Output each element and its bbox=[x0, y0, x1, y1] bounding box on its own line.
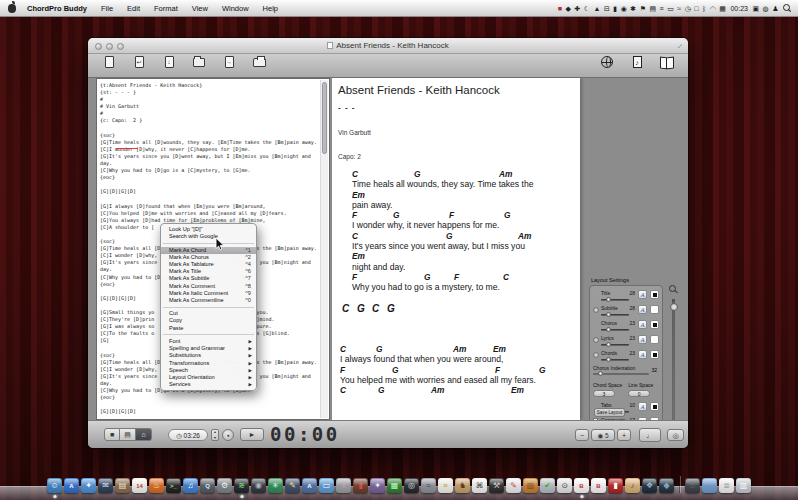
menu-item-format[interactable]: Format bbox=[147, 4, 185, 13]
zoom-in-icon[interactable] bbox=[669, 285, 678, 295]
dock-lab-app[interactable]: ✦ bbox=[370, 478, 385, 493]
dock-chordpro-buddy-2[interactable]: B bbox=[591, 478, 606, 493]
record-button[interactable]: ● bbox=[222, 429, 234, 441]
dock-contacts[interactable]: ▤ bbox=[115, 478, 130, 493]
menu-clock[interactable]: 00:23 bbox=[729, 5, 749, 12]
dock-fire-app[interactable]: ♨ bbox=[149, 478, 164, 493]
lock-icon[interactable] bbox=[593, 307, 599, 313]
dock-folder-pencil-app[interactable]: ✎ bbox=[285, 478, 300, 493]
context-menu-item-font[interactable]: Font▶ bbox=[161, 338, 256, 345]
dock-downloads-folder[interactable] bbox=[702, 478, 717, 493]
dock-crate-app[interactable]: ▥ bbox=[523, 478, 538, 493]
font-button[interactable]: A bbox=[638, 335, 647, 344]
context-menu-item-mark-as-comment[interactable]: Mark As Comment^8 bbox=[161, 283, 256, 290]
dock-system-preferences[interactable]: ⚙ bbox=[217, 478, 232, 493]
folders-icon[interactable]: ⊟ bbox=[604, 0, 610, 17]
scroll-time-display[interactable]: ◷ 03:26 bbox=[168, 429, 208, 441]
color-swatch[interactable] bbox=[650, 290, 659, 299]
notify-icon[interactable]: ▲ bbox=[594, 0, 601, 17]
flag-icon[interactable]: ⚑ bbox=[640, 0, 646, 17]
font-button[interactable]: A bbox=[638, 320, 647, 329]
dock-music-box[interactable]: ♪ bbox=[625, 478, 640, 493]
dock-dictionary[interactable]: ▮ bbox=[608, 478, 623, 493]
bluetooth-icon[interactable]: ᛒ bbox=[702, 0, 706, 17]
dock-safari[interactable]: ✦ bbox=[81, 478, 96, 493]
layout-row-slider[interactable] bbox=[601, 299, 629, 301]
dock-chordpro-buddy-1[interactable]: B bbox=[574, 478, 589, 493]
context-menu-item-mark-as-subtitle[interactable]: Mark As Subtitle^7 bbox=[161, 275, 256, 282]
color-swatch[interactable] bbox=[650, 350, 659, 359]
lock-icon[interactable] bbox=[593, 337, 599, 343]
keyboard-icon[interactable]: ▤ bbox=[649, 0, 656, 17]
slider-thumb[interactable] bbox=[606, 357, 611, 362]
transpose-minus-button[interactable]: − bbox=[575, 429, 589, 441]
stats-icon[interactable]: ≡ bbox=[660, 0, 664, 17]
context-menu-item-mark-as-chord[interactable]: Mark As Chord^1 bbox=[161, 247, 256, 254]
spotlight-icon[interactable] bbox=[782, 3, 791, 13]
dock-burst-app[interactable]: ✳ bbox=[268, 478, 283, 493]
save-layout-button[interactable]: Save Layout bbox=[594, 408, 625, 417]
dock-hammer-app[interactable]: ⚒ bbox=[489, 478, 504, 493]
drive-icon[interactable]: ▮ bbox=[613, 0, 617, 17]
context-menu-item-copy[interactable]: Copy bbox=[161, 317, 256, 324]
toolbar-button-import[interactable]: →Import... bbox=[214, 55, 244, 77]
lock-icon[interactable] bbox=[593, 352, 599, 358]
asterisk-icon[interactable]: ✱ bbox=[630, 0, 636, 17]
dock-camera-app[interactable]: ◎ bbox=[404, 478, 419, 493]
dock-activity-monitor[interactable]: ≋ bbox=[234, 478, 249, 493]
layout-row-slider[interactable] bbox=[601, 314, 629, 316]
dock-appstore-alt[interactable]: A bbox=[302, 478, 317, 493]
chord-space-stepper[interactable]: 3 bbox=[593, 390, 615, 397]
toolbar-button-demosongs[interactable]: ♪Demo Songs bbox=[622, 55, 652, 77]
slider-thumb[interactable] bbox=[606, 342, 611, 347]
slider-thumb[interactable] bbox=[606, 312, 611, 317]
list-segment-icon[interactable]: ▤ bbox=[120, 428, 136, 441]
layout-row-slider[interactable] bbox=[601, 359, 629, 361]
dock-finder[interactable]: ☺ bbox=[47, 478, 62, 493]
menu-item-window[interactable]: Window bbox=[215, 4, 256, 13]
context-menu-item-substitutions[interactable]: Substitutions▶ bbox=[161, 352, 256, 359]
menu-item-chordpro-buddy[interactable]: ChordPro Buddy bbox=[20, 4, 94, 13]
dock-scene-app-1[interactable]: ❖ bbox=[642, 478, 657, 493]
metronome-button[interactable]: ♩ bbox=[639, 428, 661, 442]
dock-itunes[interactable]: ♫ bbox=[183, 478, 198, 493]
context-menu-item-layout-orientation[interactable]: Layout Orientation▶ bbox=[161, 374, 256, 381]
dock-mail[interactable]: ✉ bbox=[98, 478, 113, 493]
toolbar-button-print[interactable]: Print bbox=[244, 55, 274, 77]
stop-segment-icon[interactable]: ■ bbox=[104, 428, 120, 441]
toolbar-button-open[interactable]: ↩Open... bbox=[124, 55, 154, 77]
clock-dial-icon[interactable]: ◷ bbox=[685, 0, 691, 17]
dock-bulb-doc-app[interactable]: ¤ bbox=[438, 478, 453, 493]
apple-menu-icon[interactable] bbox=[8, 4, 16, 13]
zoom-slider-track[interactable] bbox=[672, 299, 675, 420]
dock-tools-app[interactable]: ✔ bbox=[540, 478, 555, 493]
menu-item-edit[interactable]: Edit bbox=[120, 4, 147, 13]
toolbar-button-save[interactable]: ↓Save... bbox=[154, 55, 184, 77]
toolbar-button-new[interactable]: New... bbox=[94, 55, 124, 77]
context-menu-item-cut[interactable]: Cut bbox=[161, 310, 256, 317]
dock-pen-app[interactable]: ✎ bbox=[506, 478, 521, 493]
dock-quicktime[interactable]: Q bbox=[200, 478, 215, 493]
context-menu-item-mark-as-title[interactable]: Mark As Title^6 bbox=[161, 268, 256, 275]
dock-pet-app[interactable]: ♞ bbox=[455, 478, 470, 493]
menu-item-file[interactable]: File bbox=[94, 4, 120, 13]
context-menu-item-speech[interactable]: Speech▶ bbox=[161, 367, 256, 374]
font-button[interactable]: A bbox=[638, 290, 647, 299]
dock-dvd-player[interactable]: ◉ bbox=[251, 478, 266, 493]
dock-trash[interactable]: ▥ bbox=[736, 478, 751, 493]
dock-brain-app[interactable]: ● bbox=[336, 478, 351, 493]
editor-scrollbar[interactable] bbox=[320, 80, 328, 418]
context-menu-item-search-with-google[interactable]: Search with Google bbox=[161, 233, 256, 240]
dock-scene-app-2[interactable]: ◆ bbox=[659, 478, 674, 493]
toolbar-button-saveas[interactable]: SaveAs... bbox=[184, 55, 214, 77]
dock-calendar[interactable]: 14 bbox=[132, 478, 147, 493]
line-space-stepper[interactable]: 0 bbox=[628, 390, 650, 397]
play-button[interactable]: ► bbox=[240, 428, 264, 441]
font-button[interactable]: A bbox=[638, 350, 647, 359]
dock-app-store[interactable]: A bbox=[64, 478, 79, 493]
menu-item-view[interactable]: View bbox=[185, 4, 215, 13]
context-menu-item-paste[interactable]: Paste bbox=[161, 325, 256, 332]
thermometer-icon[interactable]: ≈ bbox=[677, 0, 681, 17]
shield-icon[interactable]: ◆ bbox=[566, 0, 571, 17]
color-swatch[interactable] bbox=[650, 335, 659, 344]
